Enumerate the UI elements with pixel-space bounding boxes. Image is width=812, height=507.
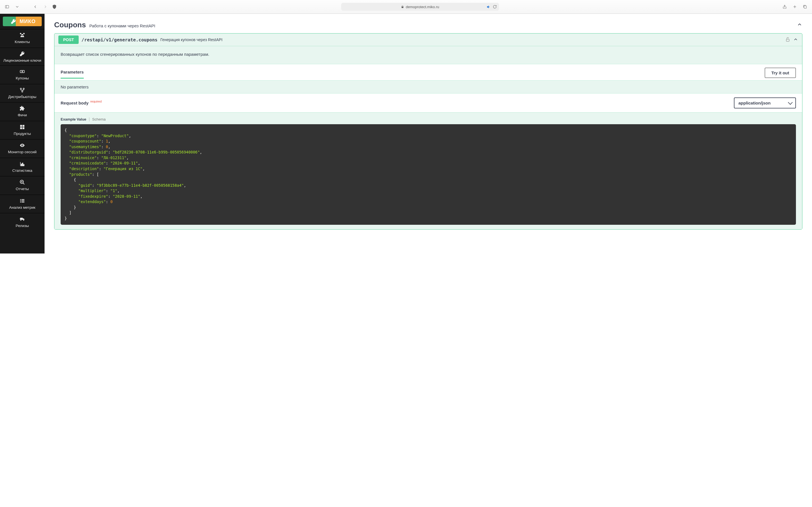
svg-rect-28	[22, 202, 24, 203]
sidebar-toggle-icon[interactable]	[3, 3, 11, 10]
tab-parameters[interactable]: Parameters	[61, 69, 84, 78]
svg-rect-12	[22, 125, 24, 127]
svg-point-10	[22, 91, 23, 92]
users-icon	[19, 33, 26, 38]
tab-schema[interactable]: Schema	[92, 117, 106, 121]
sidebar-item-label: Статистика	[12, 168, 33, 173]
sound-icon[interactable]	[486, 5, 491, 9]
svg-rect-17	[22, 163, 23, 166]
operation-header[interactable]: POST /restapi/v1/generate.coupons Генера…	[54, 34, 802, 46]
sidebar-item-label: Отчеты	[16, 187, 29, 191]
browser-toolbar: demoprotect.miko.ru	[0, 0, 812, 14]
logo[interactable]: МИКО	[0, 14, 45, 29]
page-title: Coupons	[54, 20, 86, 29]
sidebar-item-label: Анализ метрик	[9, 205, 36, 210]
sidebar-item-products[interactable]: Продукты	[0, 121, 45, 139]
sidebar-item-label: Клиенты	[15, 40, 30, 44]
key-icon	[19, 51, 26, 57]
grid-icon	[19, 124, 26, 130]
svg-point-7	[22, 71, 22, 72]
svg-rect-26	[22, 200, 24, 201]
collapse-section-icon[interactable]	[797, 22, 802, 28]
sidebar-item-label: Фичи	[18, 113, 27, 117]
lock-icon	[401, 5, 404, 8]
sidebar-item-label: Лицензионные ключи	[3, 58, 41, 63]
svg-point-8	[20, 88, 21, 89]
svg-rect-23	[20, 199, 21, 200]
svg-rect-13	[20, 127, 22, 129]
chart-icon	[19, 161, 26, 167]
sidebar-item-label: Дистрибьюторы	[8, 95, 36, 99]
svg-rect-16	[21, 164, 22, 166]
sidebar-item-coupons[interactable]: Купоны	[0, 65, 45, 84]
share-icon[interactable]	[781, 3, 788, 10]
forward-button[interactable]	[42, 3, 49, 10]
sidebar-item-clients[interactable]: Клиенты	[0, 29, 45, 48]
no-parameters-text: No parameters	[54, 80, 802, 93]
required-badge: required	[90, 100, 101, 103]
key-icon	[9, 17, 18, 26]
svg-rect-11	[20, 125, 22, 127]
content-type-select[interactable]: application/json	[734, 98, 796, 108]
tab-example-value[interactable]: Example Value	[61, 117, 86, 121]
reload-icon[interactable]	[493, 5, 497, 9]
sidebar-item-distributors[interactable]: Дистрибьюторы	[0, 84, 45, 103]
operation-path: /restapi/v1/generate.coupons	[82, 37, 158, 43]
zoom-in-icon	[19, 179, 26, 185]
operation-summary: Генерация купонов через RestAPI	[160, 38, 222, 42]
operation-card: POST /restapi/v1/generate.coupons Генера…	[54, 33, 802, 230]
sidebar-item-license-keys[interactable]: Лицензионные ключи	[0, 48, 45, 66]
sidebar-item-statistics[interactable]: Статистика	[0, 158, 45, 176]
list-icon	[19, 198, 26, 204]
address-bar[interactable]: demoprotect.miko.ru	[341, 3, 499, 11]
sidebar-item-session-monitor[interactable]: Монитор сессий	[0, 139, 45, 158]
svg-rect-6	[20, 70, 24, 73]
unlock-icon[interactable]	[785, 37, 790, 43]
svg-rect-0	[5, 5, 9, 8]
sidebar-item-label: Купоны	[16, 76, 29, 80]
sidebar-item-features[interactable]: Фичи	[0, 102, 45, 121]
chevron-down-icon[interactable]	[13, 3, 21, 10]
sidebar-item-label: Релизы	[16, 224, 29, 228]
svg-rect-14	[22, 127, 24, 129]
svg-rect-18	[23, 164, 24, 166]
svg-point-9	[23, 88, 24, 89]
request-body-label: Request body	[61, 101, 89, 105]
main-content: Coupons Работа с купонами через RestAPI …	[45, 14, 812, 253]
method-badge: POST	[58, 36, 79, 44]
section-header[interactable]: Coupons Работа с купонами через RestAPI	[54, 20, 802, 29]
try-it-out-button[interactable]: Try it out	[765, 68, 796, 78]
puzzle-icon	[19, 106, 26, 111]
sidebar-item-metrics[interactable]: Анализ метрик	[0, 194, 45, 213]
svg-rect-25	[20, 200, 21, 201]
page-subtitle: Работа с купонами через RestAPI	[89, 23, 155, 28]
svg-rect-29	[786, 39, 790, 41]
new-tab-icon[interactable]	[791, 3, 799, 10]
brand-name: МИКО	[20, 18, 36, 24]
content-type-value: application/json	[739, 101, 770, 105]
eye-icon	[19, 143, 26, 148]
svg-rect-24	[22, 199, 24, 200]
tabs-icon[interactable]	[801, 3, 809, 10]
example-json-code[interactable]: { "coupontype": "NewProduct", "couponsco…	[61, 124, 796, 225]
svg-rect-27	[20, 202, 21, 203]
svg-rect-5	[804, 6, 807, 8]
sidebar-item-label: Продукты	[14, 131, 31, 136]
shield-icon[interactable]	[52, 3, 57, 11]
svg-line-20	[23, 183, 24, 184]
sidebar-item-label: Монитор сессий	[8, 150, 37, 154]
sidebar-item-releases[interactable]: Релизы	[0, 213, 45, 231]
url-text: demoprotect.miko.ru	[406, 5, 439, 9]
sidebar: МИКО Клиенты Лицензионные ключи Купоны Д…	[0, 14, 45, 253]
ticket-icon	[19, 69, 26, 74]
truck-icon	[19, 216, 26, 222]
operation-description: Возвращает список сгенерированных купоно…	[54, 46, 802, 64]
sidebar-item-reports[interactable]: Отчеты	[0, 176, 45, 194]
svg-point-15	[22, 145, 22, 146]
back-button[interactable]	[32, 3, 39, 10]
branch-icon	[19, 87, 26, 93]
collapse-operation-icon[interactable]	[793, 37, 798, 43]
